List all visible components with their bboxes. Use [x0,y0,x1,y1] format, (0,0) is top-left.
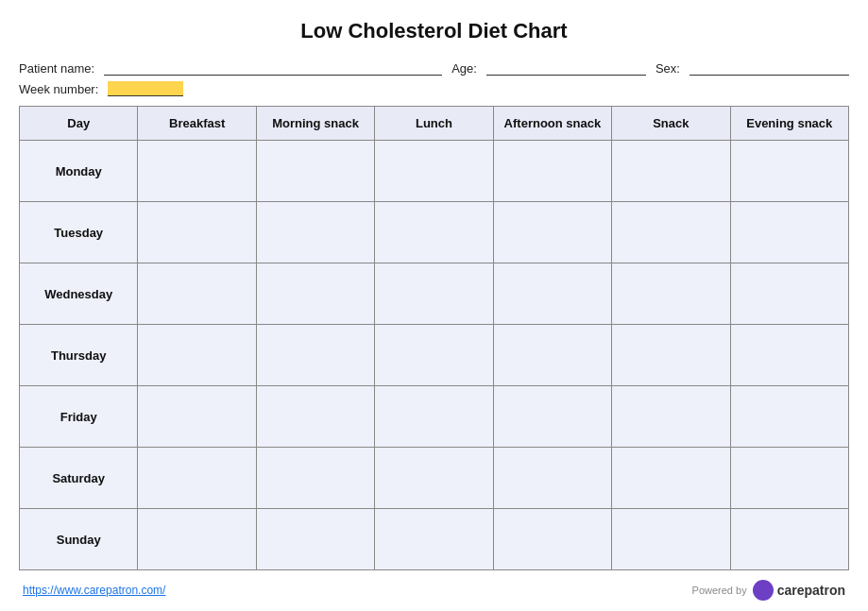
brand-icon [753,580,774,601]
age-label: Age: [451,61,477,76]
meal-cell[interactable] [493,325,611,386]
meal-cell[interactable] [138,386,256,448]
meal-cell[interactable] [138,325,256,386]
page-footer: https://www.carepatron.com/ Powered by c… [19,580,849,601]
meal-cell[interactable] [138,263,256,325]
week-number-label: Week number: [19,82,98,96]
table-row: Thursday [20,325,849,386]
table-row: Monday [20,141,849,202]
meal-cell[interactable] [612,386,730,448]
col-header-afternoon-snack: Afternoon snack [493,107,611,141]
meal-cell[interactable] [612,141,730,202]
patient-name-label: Patient name: [19,61,94,76]
meal-cell[interactable] [256,202,374,263]
day-cell-thursday: Thursday [20,325,138,386]
meal-cell[interactable] [256,448,374,509]
table-row: Friday [20,386,849,448]
patient-info-row: Patient name: Age: Sex: [19,60,849,76]
col-header-breakfast: Breakfast [138,107,256,141]
table-row: Saturday [20,448,849,509]
day-cell-friday: Friday [20,386,138,448]
meal-cell[interactable] [493,386,611,448]
meal-cell[interactable] [256,386,374,448]
meal-cell[interactable] [138,509,256,570]
meal-cell[interactable] [138,141,256,202]
day-cell-wednesday: Wednesday [20,263,138,325]
brand-name: carepatron [777,583,845,598]
sex-input[interactable] [689,60,849,76]
meal-cell[interactable] [730,509,848,570]
col-header-snack: Snack [612,107,730,141]
meal-cell[interactable] [375,386,493,448]
meal-cell[interactable] [138,202,256,263]
meal-cell[interactable] [730,202,848,263]
brand-section: Powered by carepatron [692,580,845,601]
meal-cell[interactable] [730,386,848,448]
sex-label: Sex: [655,61,680,76]
meal-cell[interactable] [493,141,611,202]
meal-cell[interactable] [612,509,730,570]
page-container: Low Cholesterol Diet Chart Patient name:… [0,0,868,611]
meal-cell[interactable] [493,509,611,570]
meal-cell[interactable] [730,448,848,509]
meal-cell[interactable] [493,202,611,263]
meal-cell[interactable] [138,448,256,509]
col-header-day: Day [20,107,138,141]
week-number-input[interactable] [108,81,183,96]
meal-cell[interactable] [256,141,374,202]
age-input[interactable] [486,60,646,76]
table-header-row: Day Breakfast Morning snack Lunch Aftern… [20,107,849,141]
powered-by-text: Powered by [692,585,747,596]
meal-cell[interactable] [375,325,493,386]
meal-cell[interactable] [730,325,848,386]
meal-cell[interactable] [493,263,611,325]
col-header-morning-snack: Morning snack [256,107,374,141]
meal-cell[interactable] [612,448,730,509]
meal-cell[interactable] [375,202,493,263]
day-cell-sunday: Sunday [20,509,138,570]
day-cell-tuesday: Tuesday [20,202,138,263]
table-row: Tuesday [20,202,849,263]
table-row: Sunday [20,509,849,570]
table-row: Wednesday [20,263,849,325]
meal-cell[interactable] [730,263,848,325]
meal-cell[interactable] [375,263,493,325]
meal-cell[interactable] [375,141,493,202]
week-number-row: Week number: [19,81,849,96]
carepatron-link[interactable]: https://www.carepatron.com/ [23,584,165,597]
page-title: Low Cholesterol Diet Chart [19,19,849,43]
meal-cell[interactable] [612,325,730,386]
meal-cell[interactable] [256,509,374,570]
meal-cell[interactable] [612,263,730,325]
meal-cell[interactable] [730,141,848,202]
brand-logo: carepatron [753,580,845,601]
meal-cell[interactable] [375,448,493,509]
meal-cell[interactable] [612,202,730,263]
patient-name-input[interactable] [104,60,442,76]
meal-cell[interactable] [375,509,493,570]
col-header-evening-snack: Evening snack [730,107,848,141]
day-cell-monday: Monday [20,141,138,202]
meal-cell[interactable] [493,448,611,509]
day-cell-saturday: Saturday [20,448,138,509]
meal-cell[interactable] [256,325,374,386]
meal-cell[interactable] [256,263,374,325]
diet-chart-table: Day Breakfast Morning snack Lunch Aftern… [19,106,849,570]
col-header-lunch: Lunch [375,107,493,141]
